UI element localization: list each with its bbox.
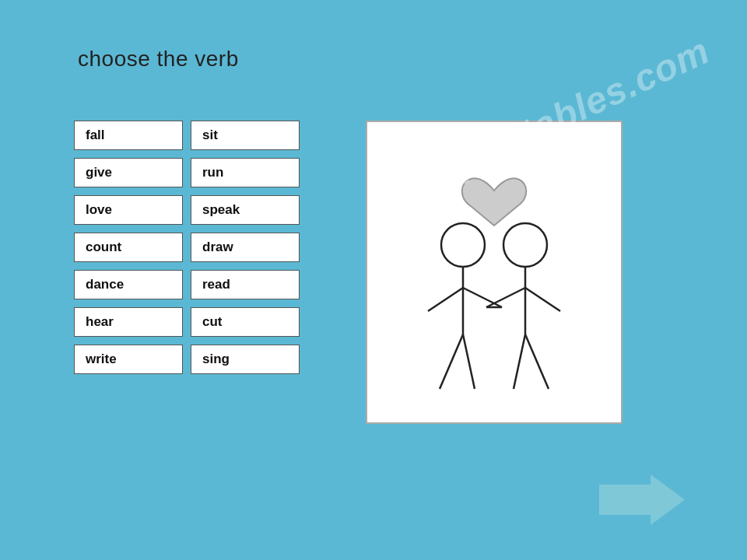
verb-button-sing[interactable]: sing [191, 345, 300, 374]
image-box [366, 121, 622, 424]
verb-button-dance[interactable]: dance [74, 270, 183, 299]
verb-button-write[interactable]: write [74, 345, 183, 374]
stick-figure-image [381, 132, 607, 412]
verb-button-count[interactable]: count [74, 233, 183, 262]
svg-line-11 [525, 334, 549, 389]
svg-line-8 [525, 288, 560, 311]
verb-button-love[interactable]: love [74, 195, 183, 225]
svg-line-9 [486, 288, 525, 307]
verb-button-speak[interactable]: speak [191, 195, 300, 225]
verb-button-draw[interactable]: draw [191, 233, 300, 262]
verb-grid: fallsitgiverunlovespeakcountdrawdancerea… [74, 121, 300, 374]
verb-button-sit[interactable]: sit [191, 121, 300, 150]
page-title: choose the verb [78, 47, 239, 72]
next-arrow-button[interactable] [599, 474, 685, 525]
svg-line-10 [514, 334, 525, 389]
verb-button-hear[interactable]: hear [74, 307, 183, 337]
verb-button-run[interactable]: run [191, 158, 300, 187]
verb-button-give[interactable]: give [74, 158, 183, 187]
svg-line-4 [440, 334, 463, 389]
svg-point-0 [441, 223, 485, 267]
svg-line-2 [428, 288, 463, 311]
svg-line-5 [463, 334, 475, 389]
svg-line-3 [463, 288, 502, 307]
verb-button-read[interactable]: read [191, 270, 300, 299]
svg-point-6 [503, 223, 547, 267]
verb-button-cut[interactable]: cut [191, 307, 300, 337]
verb-button-fall[interactable]: fall [74, 121, 183, 150]
